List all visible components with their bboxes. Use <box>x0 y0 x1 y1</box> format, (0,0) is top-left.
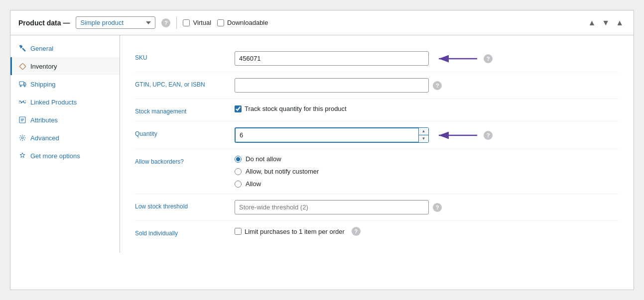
svg-rect-0 <box>19 63 26 70</box>
sku-arrow-annotation <box>435 54 480 64</box>
svg-point-2 <box>20 86 21 87</box>
quantity-input[interactable] <box>235 127 429 143</box>
stock-management-row: Stock management Track stock quantity fo… <box>135 99 619 121</box>
qty-spinners: ▲ ▼ <box>418 128 428 142</box>
sidebar-inventory-label: Inventory <box>30 63 57 70</box>
sku-label: SKU <box>135 51 235 61</box>
downloadable-checkbox[interactable] <box>217 19 224 26</box>
stock-management-label: Stock management <box>135 105 235 115</box>
svg-point-8 <box>21 137 23 139</box>
gtin-field: ? <box>235 78 619 93</box>
sku-field: ? <box>235 51 619 66</box>
star-icon <box>18 152 26 160</box>
sold-individually-checkbox-label[interactable]: Limit purchases to 1 item per order <box>235 228 345 235</box>
gtin-help-icon[interactable]: ? <box>433 81 442 90</box>
quantity-help-icon[interactable]: ? <box>484 131 493 140</box>
sidebar-item-general[interactable]: General <box>10 39 120 57</box>
sold-individually-help-icon[interactable]: ? <box>352 227 361 236</box>
header-divider <box>176 17 177 29</box>
qty-up-button[interactable]: ▲ <box>419 128 428 135</box>
low-stock-text: Low stock threshold <box>135 203 188 210</box>
sidebar-item-inventory[interactable]: Inventory <box>10 57 120 75</box>
link-icon <box>18 98 26 106</box>
downloadable-checkbox-label[interactable]: Downloadable <box>217 19 268 26</box>
sidebar-attributes-label: Attributes <box>30 116 58 124</box>
collapse-up-button[interactable]: ▲ <box>586 18 598 28</box>
quantity-field: ▲ ▼ ? <box>235 127 619 143</box>
sidebar-item-get-more-options[interactable]: Get more options <box>10 147 120 165</box>
sold-individually-row: Sold individually Limit purchases to 1 i… <box>135 221 619 243</box>
sold-individually-check-text: Limit purchases to 1 item per order <box>245 228 345 235</box>
sold-individually-label: Sold individually <box>135 227 235 237</box>
virtual-checkbox-label[interactable]: Virtual <box>183 19 211 26</box>
sidebar: General Inventory <box>10 35 120 253</box>
backorder-allow-radio[interactable] <box>235 181 242 188</box>
stock-management-field: Track stock quantity for this product <box>235 105 619 112</box>
quantity-row: Quantity ▲ ▼ <box>135 121 619 149</box>
quantity-arrow-annotation <box>435 130 480 140</box>
virtual-label: Virtual <box>193 19 211 26</box>
backorder-no-radio[interactable] <box>235 156 242 163</box>
product-data-panel: Product data — Simple product Grouped pr… <box>10 10 634 290</box>
backorder-notify-text: Allow, but notify customer <box>246 168 319 175</box>
header-controls: ▲ ▼ ▲ <box>586 18 626 28</box>
stock-management-text: Stock management <box>135 108 186 115</box>
stock-track-checkbox-label[interactable]: Track stock quantity for this product <box>235 105 347 112</box>
backorders-row: Allow backorders? Do not allow Allow, bu… <box>135 149 619 194</box>
wrench-icon <box>18 44 26 52</box>
stock-track-checkbox[interactable] <box>235 105 242 112</box>
quantity-input-wrap: ▲ ▼ <box>235 127 429 143</box>
qty-down-button[interactable]: ▼ <box>419 135 428 142</box>
sold-individually-field: Limit purchases to 1 item per order ? <box>235 227 619 236</box>
collapse-toggle-button[interactable]: ▲ <box>614 18 626 28</box>
low-stock-field: ? <box>235 200 619 214</box>
sidebar-item-attributes[interactable]: Attributes <box>10 111 120 129</box>
sidebar-item-linked-products[interactable]: Linked Products <box>10 93 120 111</box>
sidebar-shipping-label: Shipping <box>30 81 56 88</box>
quantity-label: Quantity <box>135 127 235 137</box>
sku-help-icon[interactable]: ? <box>484 54 493 63</box>
backorder-no-text: Do not allow <box>246 155 281 163</box>
quantity-text: Quantity <box>135 130 157 137</box>
sold-individually-text: Sold individually <box>135 230 178 237</box>
gear-icon <box>18 134 26 142</box>
sidebar-advanced-label: Advanced <box>30 134 59 142</box>
svg-point-3 <box>24 86 25 87</box>
sku-input[interactable] <box>235 51 429 66</box>
sidebar-linked-products-label: Linked Products <box>30 99 77 106</box>
backorder-allow-label[interactable]: Allow <box>235 180 319 188</box>
collapse-down-button[interactable]: ▼ <box>600 18 612 28</box>
product-type-help-icon[interactable]: ? <box>161 18 170 27</box>
diamond-icon <box>18 62 26 70</box>
sku-link[interactable]: SKU <box>135 54 147 61</box>
panel-header: Product data — Simple product Grouped pr… <box>10 10 634 35</box>
sidebar-item-advanced[interactable]: Advanced <box>10 129 120 147</box>
backorders-label: Allow backorders? <box>135 155 235 165</box>
sidebar-item-shipping[interactable]: Shipping <box>10 75 120 93</box>
backorders-radio-group: Do not allow Allow, but notify customer … <box>235 155 319 188</box>
gtin-input[interactable] <box>235 78 429 93</box>
low-stock-label: Low stock threshold <box>135 200 235 210</box>
product-type-select[interactable]: Simple product Grouped product External/… <box>76 16 155 29</box>
gtin-row: GTIN, UPC, EAN, or ISBN ? <box>135 72 619 99</box>
backorder-notify-label[interactable]: Allow, but notify customer <box>235 168 319 175</box>
list-icon <box>18 116 26 124</box>
virtual-checkbox[interactable] <box>183 19 190 26</box>
backorder-no-label[interactable]: Do not allow <box>235 155 319 163</box>
sidebar-general-label: General <box>30 45 53 52</box>
backorders-field: Do not allow Allow, but notify customer … <box>235 155 619 188</box>
sold-individually-checkbox[interactable] <box>235 228 242 235</box>
content-area: SKU ? <box>120 35 634 253</box>
svg-rect-1 <box>19 82 24 85</box>
downloadable-label: Downloadable <box>227 19 268 26</box>
truck-icon <box>18 80 26 88</box>
backorder-notify-radio[interactable] <box>235 168 242 175</box>
low-stock-row: Low stock threshold ? <box>135 194 619 221</box>
backorders-text: Allow backorders? <box>135 158 184 165</box>
panel-body: General Inventory <box>10 35 634 253</box>
backorder-allow-text: Allow <box>246 180 261 188</box>
low-stock-input[interactable] <box>235 200 429 214</box>
gtin-link[interactable]: GTIN, UPC, EAN, or ISBN <box>135 81 205 88</box>
stock-track-label: Track stock quantity for this product <box>245 105 347 112</box>
low-stock-help-icon[interactable]: ? <box>433 203 442 212</box>
